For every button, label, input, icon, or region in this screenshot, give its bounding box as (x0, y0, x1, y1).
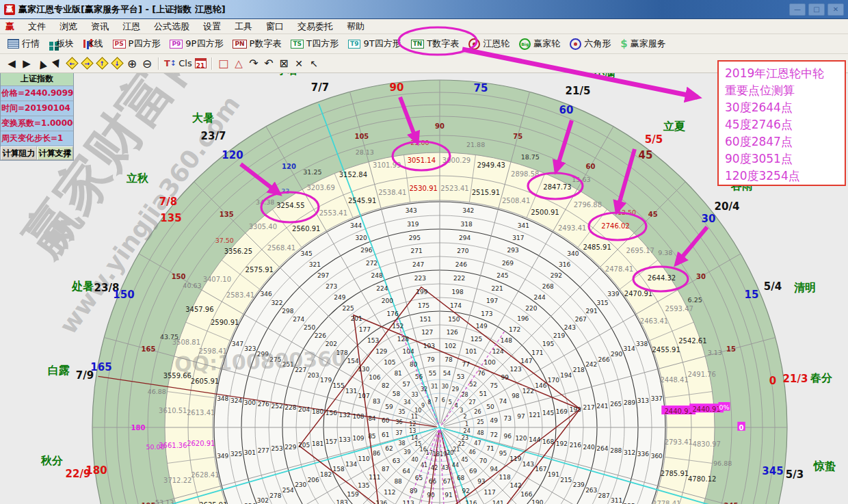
rotate-cw-icon[interactable]: ↷ (246, 56, 261, 71)
svg-text:123: 123 (509, 366, 521, 373)
svg-text:243: 243 (564, 324, 576, 331)
svg-text:37.50: 37.50 (215, 237, 234, 244)
calc-resistance-button[interactable]: 计算阻力 (1, 146, 37, 160)
svg-text:221: 221 (492, 285, 503, 292)
svg-text:178: 178 (336, 349, 348, 356)
step-down-icon[interactable]: ↓ (109, 56, 124, 71)
toolbar-item-winner-wheel[interactable]: Big赢家轮 (514, 36, 565, 52)
toolbar-item-t-number-table[interactable]: TNT数字表 (406, 36, 464, 52)
svg-text:14: 14 (411, 435, 418, 441)
svg-text:112: 112 (384, 489, 395, 496)
svg-text:88: 88 (394, 478, 402, 485)
menu-item-gann[interactable]: 江恩 (116, 21, 147, 33)
svg-text:251: 251 (282, 361, 294, 368)
svg-text:2635.91: 2635.91 (199, 501, 227, 504)
time-axis-icon[interactable]: T↕ (163, 56, 178, 71)
svg-text:19: 19 (440, 451, 447, 457)
svg-text:240: 240 (583, 444, 595, 451)
svg-text:8: 8 (427, 399, 431, 406)
svg-text:45: 45 (461, 457, 468, 463)
menu-item-info[interactable]: 资讯 (84, 21, 116, 33)
svg-text:177: 177 (359, 326, 371, 333)
maximize-icon[interactable]: □ (808, 3, 825, 16)
calendar-icon[interactable]: 21 (193, 56, 208, 71)
zoom-out-icon[interactable]: ⊖ (140, 56, 155, 71)
toolbar-item-kline[interactable]: K线 (79, 36, 108, 52)
minimize-icon[interactable]: — (789, 3, 806, 16)
step-left-icon[interactable]: ← (64, 56, 79, 71)
svg-text:299: 299 (257, 351, 269, 358)
step-right-icon[interactable]: → (79, 56, 94, 71)
svg-text:168: 168 (542, 438, 554, 445)
svg-text:2949.43: 2949.43 (477, 161, 505, 169)
wheel-label-5/3: 5/3 (786, 468, 804, 481)
shrink-icon[interactable]: ✕ (291, 56, 306, 71)
svg-text:141: 141 (492, 500, 504, 504)
menu-item-view[interactable]: 浏览 (53, 21, 84, 33)
toolbar-item-9p-square[interactable]: P99P四方形 (165, 36, 228, 52)
svg-text:49: 49 (490, 417, 499, 424)
svg-text:170: 170 (548, 377, 559, 384)
svg-text:176: 176 (387, 310, 399, 317)
svg-text:314: 314 (624, 345, 635, 352)
annotation-line-4: 60度2847点 (725, 133, 842, 150)
hexagon-icon (570, 38, 581, 50)
svg-text:56: 56 (415, 373, 423, 380)
svg-text:150: 150 (172, 273, 186, 280)
svg-text:202: 202 (326, 341, 337, 347)
svg-text:3.13: 3.13 (708, 349, 722, 356)
toolbar-item-winner-service[interactable]: $赢家服务 (615, 36, 670, 52)
toolbar-item-quotes[interactable]: 行情 (3, 36, 44, 52)
menu-item-file[interactable]: 文件 (21, 21, 53, 33)
toolbar-item-t-square[interactable]: TST四方形 (286, 36, 343, 52)
svg-text:148: 148 (501, 337, 512, 344)
calc-support-button[interactable]: 计算支撑 (37, 146, 73, 160)
svg-text:90: 90 (435, 122, 445, 130)
zoom-in-icon[interactable]: ⊕ (124, 56, 140, 71)
svg-text:74: 74 (499, 398, 507, 405)
svg-text:153: 153 (367, 337, 379, 344)
toolbar-item-9t-square[interactable]: T99T四方形 (343, 36, 406, 52)
svg-text:248: 248 (371, 272, 383, 279)
svg-text:230: 230 (295, 481, 306, 488)
pointer-icon[interactable]: ↖ (306, 56, 321, 71)
menu-item-window[interactable]: 窗口 (259, 21, 291, 33)
title-bar[interactable]: 赢 赢家江恩专业版[赢家服务平台] - [上证指数 江恩轮] — □ ✕ (0, 0, 848, 19)
boxed-x-icon[interactable]: ⊠ (276, 56, 291, 71)
svg-text:76: 76 (477, 370, 486, 377)
svg-text:198: 198 (452, 289, 464, 295)
wheel-label-75: 75 (474, 82, 488, 94)
draw-triangle-icon[interactable]: △ (231, 56, 246, 71)
svg-text:71: 71 (486, 445, 494, 452)
annotation-line-3: 45度2746点 (725, 116, 842, 133)
close-icon[interactable]: ✕ (827, 3, 844, 16)
menu-item-tools[interactable]: 工具 (228, 21, 259, 33)
window-title: 赢家江恩专业版[赢家服务平台] - [上证指数 江恩轮] (18, 3, 226, 16)
cls-button[interactable]: Cls (178, 56, 193, 71)
toolbar-label: 9T四方形 (363, 38, 401, 50)
svg-text:46.88: 46.88 (148, 388, 166, 395)
draw-square-icon[interactable]: □ (216, 56, 231, 71)
toolbar-item-gann-wheel[interactable]: 江恩轮 (464, 36, 514, 52)
svg-text:146: 146 (535, 382, 546, 389)
rotate-ccw-icon[interactable]: ↶ (261, 56, 276, 71)
toolbar-label: T数字表 (427, 38, 459, 50)
pan-left-icon[interactable]: ◀ (4, 56, 19, 71)
svg-text:341: 341 (518, 222, 529, 229)
toolbar-item-p-square[interactable]: PSP四方形 (108, 36, 165, 52)
toolbar-label: P数字表 (250, 38, 282, 50)
wheel-label-23/7: 23/7 (201, 130, 226, 142)
svg-text:337: 337 (651, 395, 663, 402)
step-up-icon[interactable]: ↑ (94, 56, 109, 71)
svg-text:133: 133 (339, 436, 351, 443)
menu-item-help[interactable]: 帮助 (340, 21, 371, 33)
menu-item-settings[interactable]: 设置 (196, 21, 228, 33)
svg-text:97: 97 (517, 413, 525, 420)
svg-text:89: 89 (410, 488, 418, 494)
menu-item-trade-entrust[interactable]: 交易委托 (291, 21, 340, 33)
pan-right-icon[interactable]: ▶ (19, 56, 34, 71)
toolbar-item-p-number-table[interactable]: PNP数字表 (228, 36, 286, 52)
toolbar-item-sectors[interactable]: 板块 (44, 36, 79, 52)
toolbar-item-hexagon[interactable]: 六角形 (565, 36, 615, 52)
menu-item-formula-stock-pick[interactable]: 公式选股 (147, 21, 196, 33)
